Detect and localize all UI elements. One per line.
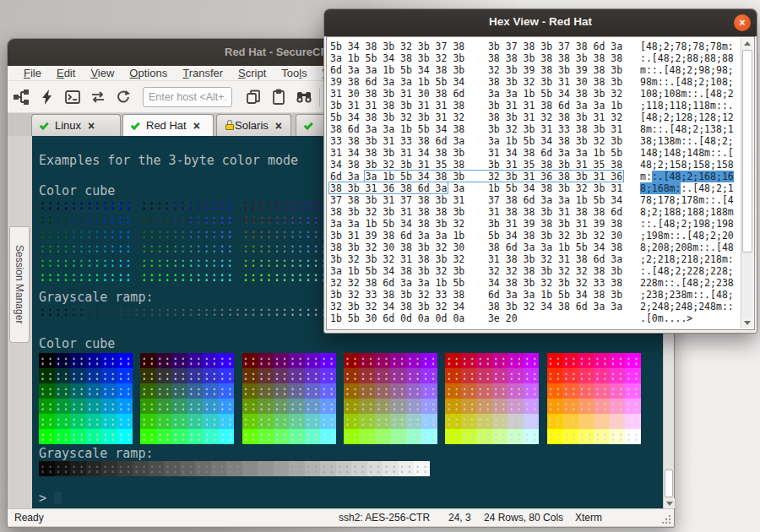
hex-row[interactable]: 31 34 38 3b 31 34 38 3b 31 34 38 6d 3a 3… [330, 147, 734, 159]
tab-label: Linux [55, 119, 81, 132]
menu-file[interactable]: File [16, 67, 49, 79]
tab-red-hat[interactable]: Red Hat× [122, 114, 214, 136]
hex-row[interactable]: 1b 5b 30 6d 0d 0a 0d 0a 3e 20 .[0m....> [330, 312, 698, 324]
menu-view[interactable]: View [83, 67, 122, 79]
left-strip: Session Manager [8, 136, 32, 508]
window-title: Red Hat - SecureCRT [225, 46, 335, 58]
cube-panel: ::::::::::::::::::::::::::::::::::::::::… [242, 198, 337, 285]
hex-scroll-up-button[interactable] [741, 38, 753, 49]
down-arrow-icon [666, 502, 673, 506]
hex-scrollbar-thumb[interactable] [742, 50, 752, 252]
hex-row[interactable]: 33 38 3b 31 33 38 6d 3a 3a 1b 5b 34 38 3… [330, 135, 734, 147]
hex-dialog-title: Hex View - Red Hat [324, 15, 757, 28]
color-cube-background: ::::::::::::::::::::::::::::::::::::::::… [39, 353, 660, 444]
menu-edit[interactable]: Edit [49, 67, 83, 79]
hex-scrollbar[interactable] [741, 38, 753, 328]
cube-panel: ::::::::::::::::::::::::::::::::::::::::… [140, 353, 235, 444]
hex-row[interactable]: 3a 1b 5b 34 38 3b 32 3b 32 32 38 3b 32 3… [330, 265, 734, 277]
ascii-column: 8m::.[48;2;138;1 [640, 123, 734, 135]
ascii-column: ;118;118;118m::. [640, 100, 734, 111]
connected-check-icon [131, 120, 140, 129]
tab-linux[interactable]: Linux× [31, 114, 121, 136]
hex-row[interactable]: 38 3b 31 36 38 6d 3a 3a 1b 5b 34 38 3b 3… [330, 182, 734, 194]
ascii-column: 8;2;188;188;188m [640, 206, 734, 218]
cube-panel: ::::::::::::::::::::::::::::::::::::::::… [242, 353, 337, 444]
tab-close-icon[interactable]: × [88, 120, 95, 132]
down-arrow-icon [744, 321, 751, 325]
resize-grip[interactable] [661, 514, 671, 524]
hex-row[interactable]: 32 3b 32 34 38 3b 32 34 38 3b 32 34 38 6… [330, 301, 734, 312]
session-manager-tab[interactable]: Session Manager [9, 226, 30, 343]
terminal-scrollbar-thumb[interactable] [665, 470, 673, 497]
copy-icon[interactable] [242, 86, 264, 108]
hex-row[interactable]: 3b 32 33 38 3b 32 33 38 6d 3a 3a 1b 5b 3… [330, 289, 734, 301]
scroll-down-button[interactable] [664, 498, 675, 508]
color-cube-label-2: Color cube [39, 336, 115, 351]
cube-panel: ::::::::::::::::::::::::::::::::::::::::… [547, 353, 642, 444]
hex-row[interactable]: 39 38 6d 3a 3a 1b 5b 34 38 3b 32 3b 31 3… [330, 76, 734, 88]
quick-connect-icon[interactable] [36, 86, 58, 108]
cube-panel: ::::::::::::::::::::::::::::::::::::::::… [344, 353, 438, 444]
up-arrow-icon [744, 41, 751, 46]
status-cursor-position: 24, 3 [448, 512, 471, 524]
hex-scroll-down-button[interactable] [741, 318, 753, 328]
hex-row[interactable]: 3a 3a 1b 5b 34 38 3b 32 3b 31 39 38 3b 3… [330, 218, 734, 230]
ascii-column: [48;2;78;78;78m: [640, 41, 734, 52]
close-button[interactable]: × [734, 14, 751, 31]
grayscale-label-2: Grayscale ramp: [39, 446, 153, 461]
ascii-column: 98m::.[48;2;108; [640, 76, 734, 88]
terminal-icon[interactable] [62, 86, 84, 108]
host-input[interactable] [143, 87, 232, 107]
connected-check-icon [40, 120, 49, 129]
tab-close-icon[interactable]: × [275, 120, 282, 132]
toolbar-separator [319, 88, 320, 106]
hex-row[interactable]: 38 6d 3a 3a 1b 5b 34 38 3b 32 3b 31 33 3… [330, 123, 734, 135]
tab-close-icon[interactable]: × [193, 120, 200, 132]
ascii-column: :.[48;2;228;228; [640, 265, 734, 277]
hex-row[interactable]: 3b 32 3b 32 31 38 3b 32 31 38 3b 32 31 3… [330, 253, 734, 265]
paste-icon[interactable] [268, 86, 290, 108]
cube-panel: ::::::::::::::::::::::::::::::::::::::::… [39, 198, 133, 285]
hex-row[interactable]: 31 30 38 3b 31 30 38 6d 3a 3a 1b 5b 34 3… [330, 88, 734, 100]
lock-icon [225, 120, 229, 131]
hex-content[interactable]: 5b 34 38 3b 32 3b 37 38 3b 37 38 3b 37 3… [326, 36, 755, 330]
menu-options[interactable]: Options [122, 67, 175, 79]
reconnect-icon[interactable] [112, 86, 134, 108]
shell-prompt: > [39, 491, 62, 506]
session-manager-label: Session Manager [14, 245, 25, 323]
transfer-icon[interactable] [87, 86, 109, 108]
ascii-column: 148;148;148m::.[ [640, 147, 734, 159]
hex-row[interactable]: 6d 3a 3a 1b 5b 34 38 3b 32 3b 39 38 3b 3… [330, 64, 734, 76]
ascii-column: ;198m::.[48;2;20 [640, 230, 734, 242]
ascii-column: ::.[48;2;198;198 [640, 218, 734, 230]
connected-check-icon [304, 120, 313, 129]
hex-row[interactable]: 3b 31 39 38 6d 3a 3a 1b 5b 34 38 3b 32 3… [330, 230, 734, 242]
hex-row[interactable]: 3a 1b 5b 34 38 3b 32 3b 38 38 3b 38 38 3… [330, 52, 734, 64]
close-icon: × [739, 17, 745, 29]
menu-tools[interactable]: Tools [274, 67, 314, 79]
menu-transfer[interactable]: Transfer [175, 67, 231, 79]
tab-solaris[interactable]: Solaris× [216, 114, 291, 136]
ascii-column: 78;178;178m::.[4 [640, 194, 734, 206]
hex-row[interactable]: 37 38 3b 31 37 38 3b 31 37 38 6d 3a 3a 1… [330, 194, 734, 206]
ascii-selection: :.[48;2;168;16 [652, 171, 734, 182]
hex-row[interactable]: 5b 34 38 3b 32 3b 37 38 3b 37 38 3b 37 3… [330, 41, 734, 52]
hex-row[interactable]: 6d 3a 3a 1b 5b 34 38 3b 32 3b 31 36 38 3… [330, 171, 734, 182]
find-icon[interactable] [293, 86, 315, 108]
hex-row[interactable]: 34 38 3b 32 3b 31 35 38 3b 31 35 38 3b 3… [330, 159, 734, 171]
session-manager-icon[interactable] [11, 86, 33, 108]
ascii-column: 228m::.[48;2;238 [640, 277, 734, 289]
hex-dialog-titlebar[interactable]: Hex View - Red Hat × [324, 9, 757, 36]
status-encryption: ssh2: AES-256-CTR [339, 512, 430, 524]
status-terminal-size: 24 Rows, 80 Cols [484, 512, 563, 524]
hex-row[interactable]: 3b 31 31 38 3b 31 31 38 3b 31 31 38 6d 3… [330, 100, 734, 111]
hex-row[interactable]: 38 3b 32 3b 31 38 38 3b 31 38 38 3b 31 3… [330, 206, 734, 218]
grayscale-ramp-background: ::::::::::::::::::::::::::::::::::::::::… [39, 461, 430, 476]
ascii-column: 48;2;158;158;158 [640, 159, 734, 171]
menu-script[interactable]: Script [231, 67, 274, 79]
ascii-column: m::.[48;2;168;16 [640, 171, 734, 182]
hex-row[interactable]: 32 32 38 6d 3a 3a 1b 5b 34 38 3b 32 3b 3… [330, 277, 734, 289]
ascii-column: ;2;218;218;218m: [640, 253, 734, 265]
hex-row[interactable]: 38 3b 32 30 38 3b 32 30 38 6d 3a 3a 1b 5… [330, 242, 734, 253]
hex-row[interactable]: 5b 34 38 3b 32 3b 31 32 38 3b 31 32 38 3… [330, 111, 734, 123]
